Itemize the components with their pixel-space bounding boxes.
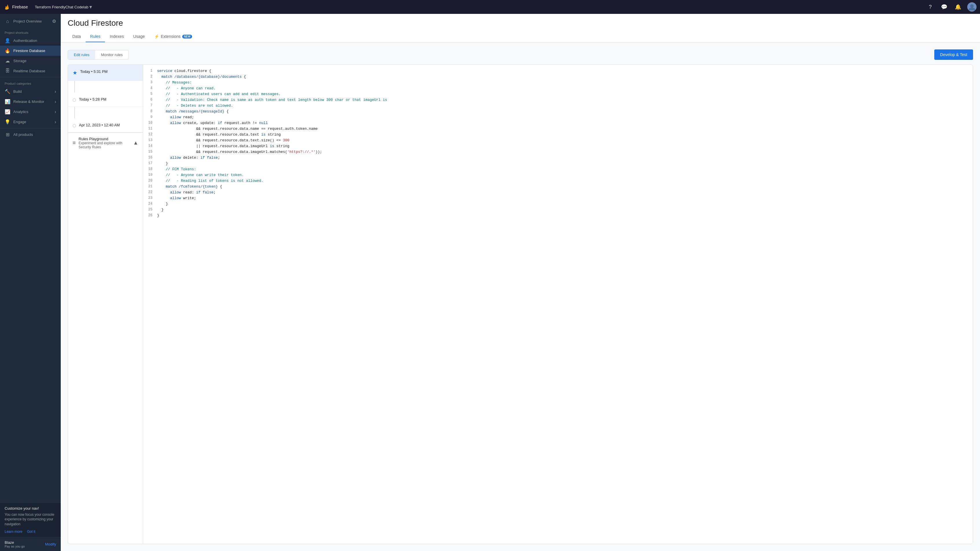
code-editor[interactable]: 1 service cloud.firestore { 2 match /dat…	[143, 65, 973, 544]
sidebar-section-shortcuts: Project shortcuts	[0, 27, 61, 36]
gear-icon[interactable]: ⚙	[52, 19, 56, 24]
timeline-time-2: Today • 5:28 PM	[79, 97, 107, 102]
firestore-icon: 🔥	[5, 48, 10, 54]
help-icon[interactable]: ?	[926, 2, 935, 11]
new-badge: NEW	[182, 35, 192, 38]
edit-rules-tab[interactable]: Edit rules	[68, 50, 95, 59]
notifications-icon[interactable]: 🔔	[953, 2, 963, 11]
timeline-list: ★ Today • 5:31 PM Today • 5:28 PM	[68, 65, 143, 132]
sidebar-group-engage[interactable]: 💡 Engage ›	[0, 117, 61, 127]
release-chevron-icon: ›	[55, 99, 56, 104]
sidebar-divider	[0, 77, 61, 77]
chat-icon[interactable]: 💬	[940, 2, 949, 11]
sidebar-item-firestore[interactable]: 🔥 Firestore Database	[0, 46, 61, 56]
sidebar-section-product-categories: Product categories	[0, 78, 61, 86]
sidebar-group-build[interactable]: 🔨 Build ›	[0, 86, 61, 97]
realtime-db-icon: 🗄	[5, 68, 10, 73]
tab-data[interactable]: Data	[68, 31, 86, 42]
code-line-10: 10 allow create, update: if request.auth…	[143, 120, 973, 126]
code-line-20: 20 // - Reading list of tokens is not al…	[143, 178, 973, 184]
customize-nav-links: Learn more Got it	[5, 530, 56, 534]
extensions-lightning-icon: ⚡	[154, 34, 159, 39]
sidebar-group-release-monitor[interactable]: 📊 Release & Monitor ›	[0, 97, 61, 107]
playground-icon: ≡	[73, 140, 76, 146]
playground-chevron-icon: ▲	[133, 140, 138, 146]
project-name: Terraform FriendlyChat Codelab	[35, 5, 88, 9]
main-layout: ⌂ Project Overview ⚙ Project shortcuts 👤…	[0, 14, 980, 551]
sidebar-item-realtime-db[interactable]: 🗄 Realtime Database	[0, 66, 61, 76]
code-line-6: 6 // - Validation: Check name is same as…	[143, 97, 973, 103]
analytics-icon: 📈	[5, 109, 10, 114]
timeline-item-3[interactable]: Apr 12, 2023 • 12:40 AM	[68, 118, 143, 132]
code-line-5: 5 // - Authenticated users can add and e…	[143, 91, 973, 97]
sidebar-item-all-products[interactable]: ⊞ All products	[0, 130, 61, 140]
timeline-dot-3	[73, 124, 76, 127]
tab-usage[interactable]: Usage	[129, 31, 149, 42]
sidebar-group-analytics[interactable]: 📈 Analytics ›	[0, 107, 61, 117]
modify-button[interactable]: Modify	[45, 542, 56, 546]
learn-more-link[interactable]: Learn more	[5, 530, 22, 534]
timeline-connector-1	[74, 81, 75, 92]
home-icon: ⌂	[5, 19, 10, 24]
rules-toolbar: Edit rules Monitor rules Develop & Test	[68, 49, 973, 60]
tab-extensions[interactable]: ⚡ Extensions NEW	[150, 31, 197, 42]
firebase-flame-icon	[3, 3, 10, 10]
avatar[interactable]	[967, 2, 977, 11]
customize-nav-title: Customize your nav!	[5, 506, 56, 511]
rules-playground-bar[interactable]: ≡ Rules Playground Experiment and explor…	[68, 132, 143, 153]
tab-indexes[interactable]: Indexes	[105, 31, 129, 42]
code-line-8: 8 match /messages/{messageId} {	[143, 109, 973, 114]
analytics-chevron-icon: ›	[55, 109, 56, 114]
develop-test-button[interactable]: Develop & Test	[934, 49, 973, 60]
firebase-logo: Firebase	[3, 3, 28, 10]
page-header: Cloud Firestore Data Rules Indexes Usage…	[61, 14, 980, 43]
firebase-text: Firebase	[12, 5, 28, 9]
project-selector[interactable]: Terraform FriendlyChat Codelab ▾	[35, 4, 92, 10]
code-line-7: 7 // - Deletes are not allowed.	[143, 103, 973, 109]
code-line-24: 24 }	[143, 201, 973, 207]
sidebar-item-authentication[interactable]: 👤 Authentication	[0, 36, 61, 46]
engage-chevron-icon: ›	[55, 119, 56, 125]
code-line-26: 26 }	[143, 213, 973, 219]
storage-icon: ☁	[5, 58, 10, 64]
sidebar-item-storage[interactable]: ☁ Storage	[0, 56, 61, 66]
code-line-4: 4 // - Anyone can read.	[143, 86, 973, 91]
sidebar-top: ⌂ Project Overview ⚙	[0, 14, 61, 27]
grid-icon: ⊞	[5, 132, 10, 137]
timeline-time-3: Apr 12, 2023 • 12:40 AM	[79, 123, 120, 127]
playground-title: Rules Playground	[79, 137, 134, 141]
page-title: Cloud Firestore	[68, 19, 973, 28]
customize-nav-card: Customize your nav! You can now focus yo…	[0, 502, 61, 537]
timeline-item-2[interactable]: Today • 5:28 PM	[68, 92, 143, 107]
timeline-item-1[interactable]: ★ Today • 5:31 PM	[68, 65, 143, 81]
code-line-13: 13 && request.resource.data.text.size() …	[143, 138, 973, 143]
rules-tabs: Edit rules Monitor rules	[68, 50, 129, 60]
got-it-link[interactable]: Got it	[27, 530, 35, 534]
playground-subtitle: Experiment and explore with Security Rul…	[79, 141, 134, 149]
release-icon: 📊	[5, 99, 10, 104]
plan-sub: Pay as you go	[5, 545, 25, 548]
sidebar-plan: Blaze Pay as you go Modify	[0, 537, 61, 551]
rules-panel: ★ Today • 5:31 PM Today • 5:28 PM	[68, 65, 973, 544]
plan-info: Blaze Pay as you go	[5, 540, 25, 548]
code-line-22: 22 allow read: if false;	[143, 190, 973, 195]
engage-icon: 💡	[5, 119, 10, 125]
code-line-12: 12 && request.resource.data.text is stri…	[143, 132, 973, 138]
rules-playground-info: ≡ Rules Playground Experiment and explor…	[73, 137, 133, 149]
topbar-right: ? 💬 🔔	[926, 2, 977, 11]
rules-playground-text: Rules Playground Experiment and explore …	[79, 137, 134, 149]
code-line-15: 15 && request.resource.data.imageUrl.mat…	[143, 149, 973, 155]
tab-rules[interactable]: Rules	[86, 31, 105, 42]
rules-content: Edit rules Monitor rules Develop & Test …	[61, 43, 980, 551]
sidebar-divider-2	[0, 128, 61, 129]
timeline-sidebar: ★ Today • 5:31 PM Today • 5:28 PM	[68, 65, 143, 544]
monitor-rules-tab[interactable]: Monitor rules	[95, 50, 129, 59]
code-line-11: 11 && request.resource.data.name == requ…	[143, 126, 973, 132]
build-icon: 🔨	[5, 89, 10, 94]
code-line-17: 17 }	[143, 161, 973, 167]
page-tabs: Data Rules Indexes Usage ⚡ Extensions NE…	[68, 31, 973, 42]
topbar: Firebase Terraform FriendlyChat Codelab …	[0, 0, 980, 14]
sidebar-item-project-overview[interactable]: ⌂ Project Overview ⚙	[0, 16, 61, 26]
authentication-icon: 👤	[5, 38, 10, 43]
svg-point-1	[970, 4, 974, 8]
